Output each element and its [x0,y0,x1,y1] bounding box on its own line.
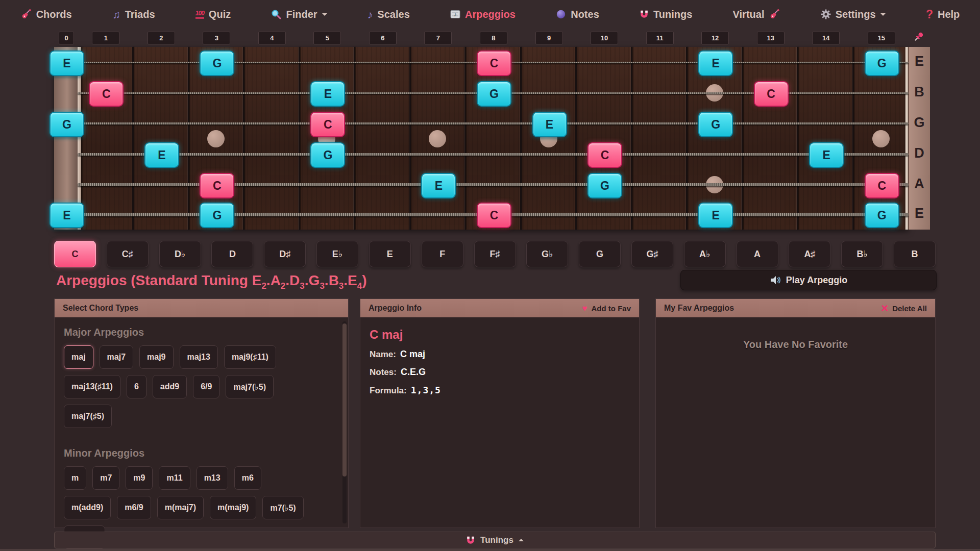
info-row: Name:C maj [370,349,630,360]
note-marker-e: E [50,203,84,228]
nav-item-arpeggios[interactable]: ♪Arpeggios [450,9,516,20]
scrollbar-thumb[interactable] [342,323,347,477]
nav-item-label: Notes [571,9,599,20]
fret-number: 9 [535,32,563,44]
chord-type-button-maj7[interactable]: maj7 [100,345,133,369]
chord-type-button-m9[interactable]: m9 [126,466,153,490]
add-to-fav-button[interactable]: ♥ Add to Fav [582,304,631,313]
chord-type-button-m13[interactable]: m13 [197,466,228,490]
fret-wire [464,47,466,230]
chord-type-button-madd9[interactable]: m(add9) [64,496,111,519]
chord-type-button-m6-9[interactable]: m6/9 [117,496,151,519]
note-button-A[interactable]: A [737,241,778,267]
note-button-E[interactable]: E [369,241,411,267]
note-button-Fsharp[interactable]: F♯ [474,241,516,267]
note-button-G[interactable]: G [579,241,621,267]
string-label: D [909,145,930,161]
nav-item-finder[interactable]: Finder [271,9,327,20]
arpeggio-info-panel: Arpeggio Info ♥ Add to Fav C maj Name:C … [360,298,640,528]
chord-types-header-label: Select Chord Types [63,304,138,313]
string-label: B [909,84,930,100]
tunings-toggle-bar[interactable]: Tunings [54,532,936,548]
double-note-icon: ♫ [112,9,120,20]
nav-item-scales[interactable]: ♪Scales [368,9,410,20]
fret-number: 3 [203,32,230,44]
note-button-Gflat[interactable]: G♭ [526,241,568,267]
chevron-down-icon [322,13,327,18]
note-button-Asharp[interactable]: A♯ [789,241,830,267]
nav-item-label: Chords [36,9,72,20]
note-marker-c: C [865,173,899,198]
note-icon: ♪ [368,9,373,20]
chord-type-button-maj7sharp5[interactable]: maj7(♯5) [64,405,112,428]
chord-types-scrollbar[interactable] [342,321,347,523]
note-marker-c: C [89,81,124,107]
info-row-label: Formula: [370,386,407,395]
note-button-Csharp[interactable]: C♯ [107,241,149,267]
nav-item-virtual[interactable]: Virtual [733,9,780,20]
pin-icon[interactable] [913,31,925,43]
orb-icon [556,9,566,19]
nav-item-label: Settings [836,9,876,20]
note-button-Dflat[interactable]: D♭ [159,241,201,267]
chord-type-button-mmaj7[interactable]: m(maj7) [157,496,204,519]
nav-item-label: Triads [125,9,155,20]
favorites-header-label: My Fav Arpeggios [664,304,734,313]
nav-item-help[interactable]: ?Help [926,9,960,20]
guitar-string [78,153,909,156]
note-marker-g: G [698,112,733,137]
chord-type-button-maj13sharp11[interactable]: maj13(♯11) [64,375,120,398]
note-button-Dsharp[interactable]: D♯ [264,241,306,267]
chord-type-button-maj9[interactable]: maj9 [139,345,173,369]
chord-type-button-mmaj9[interactable]: m(maj9) [210,496,256,519]
note-button-B[interactable]: B [894,241,936,267]
note-button-F[interactable]: F [422,241,463,267]
fret-number: 14 [812,32,840,44]
chord-type-button-6[interactable]: 6 [127,375,146,398]
nav-item-tunings[interactable]: Tunings [640,9,692,20]
nav-item-label: Help [938,9,960,20]
note-button-C[interactable]: C [54,241,96,267]
fret-wire [575,47,577,230]
nav-item-settings[interactable]: Settings [821,9,886,20]
note-marker-e: E [698,203,733,228]
chord-type-button-m[interactable]: m [64,466,86,490]
chord-type-button-m7[interactable]: m7 [92,466,119,490]
guitar-icon [769,9,780,20]
nav-item-label: Virtual [733,9,765,20]
fret-wire [409,47,411,230]
fret-number: 7 [424,32,452,44]
chord-type-button-add9[interactable]: add9 [153,375,187,398]
chord-type-button-maj[interactable]: maj [64,345,93,369]
fret-wire [132,47,134,230]
delete-all-button[interactable]: × Delete All [881,303,927,313]
note-marker-g: G [200,203,234,228]
nav-item-triads[interactable]: ♫Triads [112,9,155,20]
note-selector: CC♯D♭DD♯E♭EFF♯G♭GG♯A♭AA♯B♭B [54,241,936,267]
chord-type-button-m7flat5[interactable]: m7(♭5) [262,496,303,519]
score-icon: ♪ [450,9,460,19]
nav-item-quiz[interactable]: 100Quiz [195,9,231,20]
note-marker-c: C [587,142,622,168]
nav-item-chords[interactable]: Chords [20,9,72,20]
guitar-string [78,122,909,124]
chord-type-button-maj7flat5[interactable]: maj7(♭5) [226,375,274,398]
fret-number: 12 [701,32,729,44]
note-marker-e: E [310,81,345,107]
nav-item-notes[interactable]: Notes [556,9,599,20]
info-row-label: Notes: [370,367,397,377]
chord-type-button-m11[interactable]: m11 [159,466,190,490]
chord-type-button-m6[interactable]: m6 [234,466,261,490]
note-button-Bflat[interactable]: B♭ [841,241,883,267]
note-button-Eflat[interactable]: E♭ [316,241,358,267]
note-button-D[interactable]: D [211,241,253,267]
close-icon: × [881,303,888,313]
chord-type-button-maj13[interactable]: maj13 [180,345,218,369]
note-button-Aflat[interactable]: A♭ [684,241,726,267]
chord-type-button-maj9sharp11[interactable]: maj9(♯11) [224,345,276,369]
delete-all-label: Delete All [892,304,927,313]
chord-type-button-6-9[interactable]: 6/9 [193,375,219,398]
note-button-Gsharp[interactable]: G♯ [631,241,673,267]
question-icon: ? [926,9,933,20]
play-arpeggio-button[interactable]: Play Arpeggio [680,270,937,290]
